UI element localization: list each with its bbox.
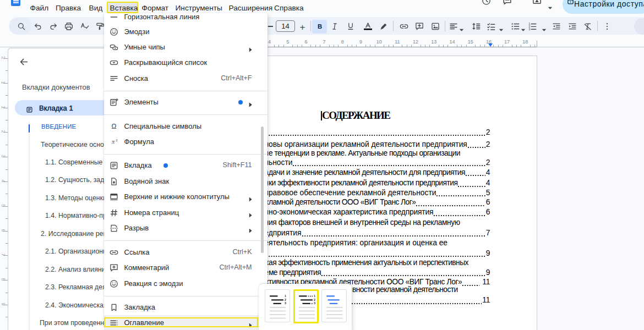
svg-text:2: 2: [116, 139, 118, 142]
svg-text:π: π: [112, 138, 115, 145]
svg-text:Ω: Ω: [112, 123, 117, 130]
svg-text:3: 3: [285, 301, 286, 305]
svg-text:B: B: [318, 23, 322, 30]
svg-text:2: 2: [285, 298, 286, 301]
svg-text:3: 3: [528, 28, 530, 31]
svg-text:1: 1: [285, 294, 286, 298]
